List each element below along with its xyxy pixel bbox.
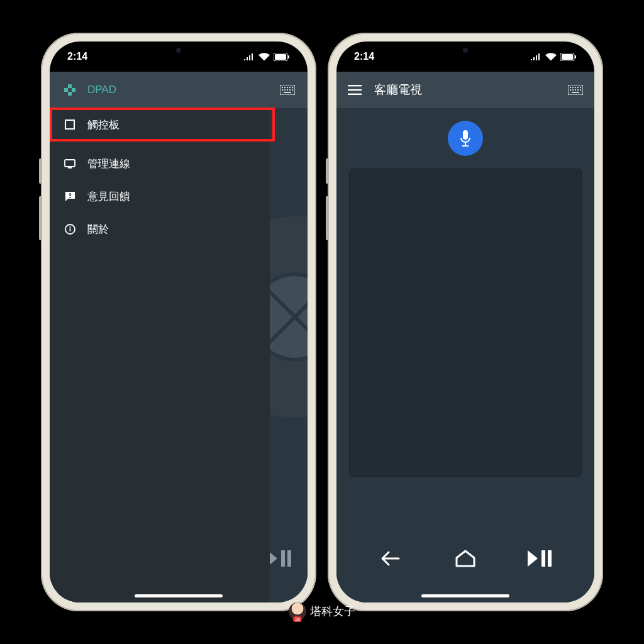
svg-rect-13 [292,89,293,91]
app-body-left: DPAD 觸控板 管理連線 [50,72,308,602]
play-pause-icon [526,549,554,568]
svg-rect-27 [69,228,70,231]
svg-rect-18 [68,92,72,96]
screen-left: 2:14 [50,42,308,602]
drawer-item-label: 關於 [87,222,109,236]
drawer-item-dpad[interactable]: DPAD [50,72,270,108]
svg-rect-48 [465,142,466,145]
app-body-right: 客廳電視 [336,72,594,602]
svg-rect-41 [570,89,571,91]
status-right [530,53,577,61]
notch [409,42,522,59]
svg-rect-45 [580,89,581,91]
home-button[interactable] [447,549,484,568]
drawer-item-label: DPAD [87,84,116,96]
svg-rect-32 [348,85,362,86]
signal-icon [243,53,255,60]
play-pause-icon[interactable] [266,549,294,568]
touchpad-area[interactable] [349,169,582,477]
svg-rect-28 [69,226,70,228]
feedback-icon [64,191,76,202]
battery-icon [274,53,290,61]
svg-rect-44 [577,89,579,91]
arrow-left-icon [380,550,401,567]
svg-rect-4 [282,87,283,88]
keyboard-icon[interactable] [280,85,295,95]
svg-rect-51 [548,550,552,567]
hamburger-icon[interactable] [348,85,362,95]
drawer-item-feedback[interactable]: 意見回饋 [50,180,270,213]
drawer-item-connections[interactable]: 管理連線 [50,147,270,180]
svg-rect-47 [463,130,468,140]
svg-rect-10 [284,89,286,91]
svg-rect-2 [288,55,289,58]
wifi-icon [258,53,270,61]
drawer-item-about[interactable]: 關於 [50,213,270,245]
svg-rect-49 [462,145,469,147]
status-right [243,53,290,61]
svg-rect-7 [289,87,291,88]
battery-icon [560,53,577,61]
svg-rect-22 [65,160,75,167]
svg-rect-50 [541,550,545,567]
svg-rect-30 [562,54,573,60]
mic-icon [459,130,472,147]
svg-rect-1 [275,54,286,60]
home-icon [454,549,477,568]
status-time: 2:14 [67,51,87,62]
status-time: 2:14 [354,51,374,62]
svg-rect-12 [289,89,291,91]
back-button[interactable] [372,550,409,567]
svg-rect-42 [572,89,574,91]
notch [122,42,235,59]
home-indicator[interactable] [421,594,509,597]
svg-rect-33 [348,89,362,91]
svg-rect-37 [572,87,574,88]
svg-rect-23 [68,167,72,169]
svg-rect-31 [575,55,576,58]
svg-rect-25 [69,197,70,198]
svg-rect-24 [69,193,70,196]
svg-rect-8 [292,87,293,88]
mic-row [336,108,594,165]
drawer-item-touchpad[interactable]: 觸控板 [50,108,270,141]
screen-right: 2:14 客廳電視 [336,42,594,602]
svg-rect-46 [572,92,579,93]
svg-rect-17 [68,84,72,88]
svg-rect-34 [348,94,362,95]
svg-rect-20 [72,88,75,92]
dpad-icon [64,84,76,96]
wifi-icon [545,53,557,61]
mic-button[interactable] [448,121,483,156]
square-icon [64,119,76,130]
play-pause-button[interactable] [521,549,559,568]
watermark-avatar [289,602,306,620]
monitor-icon [64,159,76,169]
svg-rect-16 [287,550,291,567]
svg-rect-36 [570,87,571,88]
signal-icon [530,53,541,60]
bottom-bar [336,533,594,584]
svg-rect-43 [575,89,576,91]
svg-rect-9 [282,89,283,91]
svg-rect-38 [575,87,576,88]
drawer-panel: DPAD 觸控板 管理連線 [50,72,270,602]
phone-left: 2:14 [41,33,316,611]
drawer-item-label: 管理連線 [87,157,130,171]
svg-rect-39 [577,87,579,88]
svg-rect-11 [287,89,288,91]
watermark: 塔科女子 [289,602,355,620]
watermark-text: 塔科女子 [310,604,355,619]
svg-rect-6 [287,87,288,88]
svg-rect-5 [284,87,286,88]
home-indicator[interactable] [135,594,223,597]
svg-rect-21 [65,120,74,129]
svg-rect-14 [284,92,291,93]
keyboard-icon[interactable] [568,85,583,95]
drawer-item-label: 觸控板 [87,118,119,132]
drawer-item-label: 意見回饋 [87,189,130,204]
svg-rect-15 [281,550,285,567]
svg-rect-40 [580,87,581,88]
phone-right: 2:14 客廳電視 [328,33,603,611]
info-icon [64,224,76,235]
